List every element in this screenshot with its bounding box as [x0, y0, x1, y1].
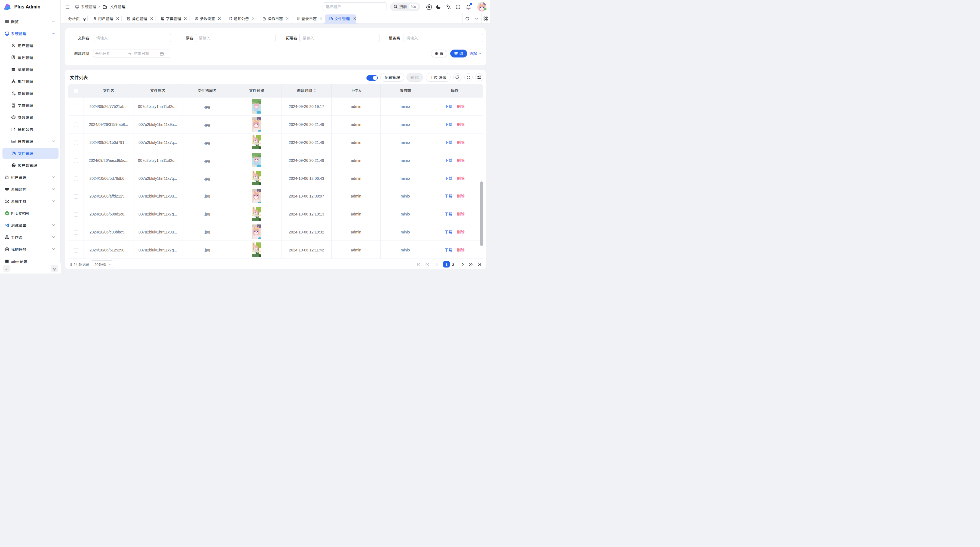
svg-text:DEV: DEV — [12, 140, 15, 142]
